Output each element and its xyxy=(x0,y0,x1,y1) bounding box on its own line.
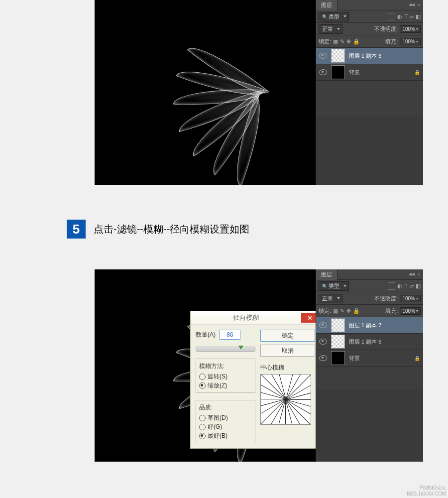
layer-thumbnail xyxy=(331,49,345,63)
opacity-value[interactable]: 100%▾ xyxy=(400,295,421,302)
filter-pixel-icon[interactable] xyxy=(388,13,395,20)
lock-icon: 🔒 xyxy=(414,356,420,361)
filter-adjust-icon[interactable]: ◐ xyxy=(397,13,402,20)
fill-value[interactable]: 100%▾ xyxy=(400,307,421,315)
lock-transparent-icon[interactable]: ▦ xyxy=(333,308,338,314)
filter-smart-icon[interactable]: ◧ xyxy=(416,283,421,289)
quality-group: 品质: 草图(D) 好(G) 最好(B) xyxy=(196,400,255,443)
amount-input[interactable]: 86 xyxy=(220,330,240,340)
lock-all-icon[interactable]: 🔒 xyxy=(353,38,360,45)
filter-pixel-icon[interactable] xyxy=(388,282,395,290)
layer-thumbnail xyxy=(331,335,345,349)
blend-mode-select[interactable]: 正常 xyxy=(319,294,342,303)
method-spin-radio[interactable]: 旋转(S) xyxy=(199,373,252,381)
visibility-icon[interactable] xyxy=(319,339,327,345)
fill-label: 填充: xyxy=(385,307,398,315)
visibility-icon[interactable] xyxy=(319,53,327,59)
opacity-label: 不透明度: xyxy=(374,25,398,33)
quality-good-radio[interactable]: 好(G) xyxy=(199,423,252,431)
blend-mode-select[interactable]: 正常 xyxy=(319,24,342,34)
amount-slider[interactable] xyxy=(196,345,255,352)
center-label: 中心模糊 xyxy=(260,364,315,372)
lock-label: 锁定: xyxy=(319,307,331,315)
wing-graphic xyxy=(129,17,279,167)
watermark: PS教程论坛 BBS.16XX8.COM xyxy=(407,485,446,497)
filter-shape-icon[interactable]: ▱ xyxy=(410,283,414,289)
layer-name: 背景 xyxy=(349,355,360,362)
layer-row[interactable]: 图层 1 副本 6 xyxy=(316,48,423,64)
layer-thumbnail xyxy=(331,351,345,365)
lock-label: 锁定: xyxy=(319,38,331,45)
layer-name: 图层 1 副本 7 xyxy=(349,322,381,329)
layer-row[interactable]: 图层 1 副本 6 xyxy=(316,334,423,350)
layers-panel-1: 图层 ◀◀ ≡ 🔍类型 ◐ T ▱ ◧ 正常 不透明度: 100 xyxy=(316,0,423,185)
layer-name: 图层 1 副本 6 xyxy=(349,338,381,346)
lock-paint-icon[interactable]: ✎ xyxy=(340,38,344,45)
method-zoom-radio[interactable]: 缩放(Z) xyxy=(199,381,252,390)
ok-button[interactable]: 确定 xyxy=(260,330,315,342)
blur-center-preview[interactable] xyxy=(260,374,311,425)
cancel-button[interactable]: 取消 xyxy=(260,345,315,357)
layer-thumbnail xyxy=(331,65,345,79)
layer-row[interactable]: 背景 🔒 xyxy=(316,64,423,81)
step-text: 点击-滤镜--模糊--径向模糊设置如图 xyxy=(94,223,249,236)
filter-smart-icon[interactable]: ◧ xyxy=(416,13,421,20)
opacity-value[interactable]: 100%▾ xyxy=(400,25,421,33)
lock-move-icon[interactable]: ✥ xyxy=(346,38,351,45)
method-group: 模糊方法: 旋转(S) 缩放(Z) xyxy=(196,359,255,393)
dialog-title: 径向模糊 xyxy=(191,313,301,322)
visibility-icon[interactable] xyxy=(319,69,327,75)
visibility-icon[interactable] xyxy=(319,355,327,361)
panel-menu-icon[interactable]: ≡ xyxy=(418,272,420,277)
visibility-icon[interactable] xyxy=(319,322,327,328)
panel-tab[interactable]: 图层 xyxy=(316,0,337,10)
panel-tab[interactable]: 图层 xyxy=(316,269,337,280)
opacity-label: 不透明度: xyxy=(374,295,398,302)
lock-paint-icon[interactable]: ✎ xyxy=(340,308,344,314)
fill-value[interactable]: 100%▾ xyxy=(400,38,421,45)
canvas-1 xyxy=(95,0,316,185)
canvas-2: 径向模糊 ✕ 数量(A) 86 模糊方法: 旋转( xyxy=(95,269,316,462)
radial-blur-dialog: 径向模糊 ✕ 数量(A) 86 模糊方法: 旋转( xyxy=(190,311,316,449)
amount-label: 数量(A) xyxy=(196,331,216,339)
quality-best-radio[interactable]: 最好(B) xyxy=(199,432,252,440)
filter-shape-icon[interactable]: ▱ xyxy=(410,13,414,20)
layers-panel-2: 图层 ◀◀ ≡ 🔍类型 ◐ T ▱ ◧ 正常 不透明度: 100 xyxy=(316,269,423,462)
layer-name: 图层 1 副本 6 xyxy=(349,52,381,60)
panel-menu-icon[interactable]: ≡ xyxy=(418,2,420,7)
layer-row[interactable]: 背景 🔒 xyxy=(316,350,423,367)
filter-type-icon[interactable]: T xyxy=(404,283,408,289)
lock-move-icon[interactable]: ✥ xyxy=(346,308,351,314)
filter-type-select[interactable]: 🔍类型 xyxy=(319,12,349,21)
layer-thumbnail xyxy=(331,318,345,332)
lock-all-icon[interactable]: 🔒 xyxy=(353,308,360,314)
step-number: 5 xyxy=(67,220,86,239)
layer-name: 背景 xyxy=(349,69,360,76)
filter-adjust-icon[interactable]: ◐ xyxy=(397,283,402,289)
layer-row[interactable]: 图层 1 副本 7 xyxy=(316,317,423,334)
quality-draft-radio[interactable]: 草图(D) xyxy=(199,414,252,422)
filter-type-icon[interactable]: T xyxy=(404,13,408,19)
lock-icon: 🔒 xyxy=(414,70,420,75)
filter-type-select[interactable]: 🔍类型 xyxy=(319,281,349,291)
close-icon[interactable]: ✕ xyxy=(301,313,316,323)
step-row: 5 点击-滤镜--模糊--径向模糊设置如图 xyxy=(67,220,249,239)
screenshot-1: 图层 ◀◀ ≡ 🔍类型 ◐ T ▱ ◧ 正常 不透明度: 100 xyxy=(95,0,423,185)
fill-label: 填充: xyxy=(385,38,398,45)
lock-transparent-icon[interactable]: ▦ xyxy=(333,38,338,45)
screenshot-2: 径向模糊 ✕ 数量(A) 86 模糊方法: 旋转( xyxy=(95,269,423,462)
